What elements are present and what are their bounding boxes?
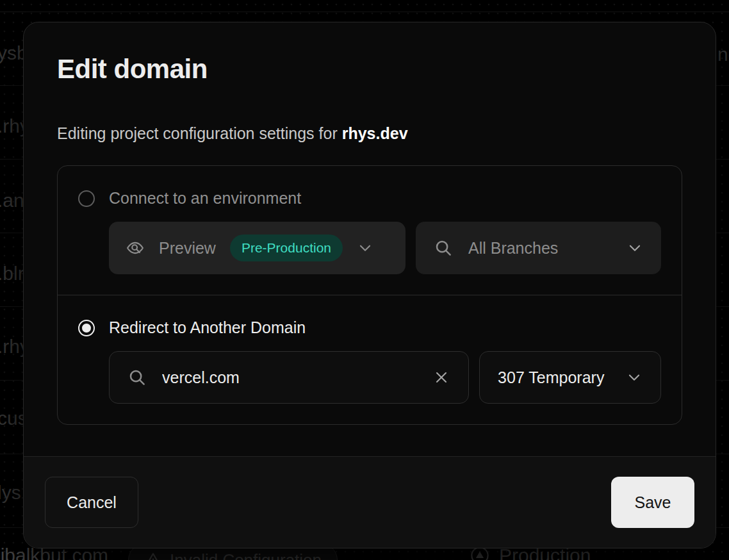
modal-subtitle: Editing project configuration settings f… bbox=[57, 124, 682, 143]
environment-select[interactable]: Preview Pre-Production bbox=[109, 222, 405, 274]
edit-domain-modal: Edit domain Editing project configuratio… bbox=[23, 22, 716, 548]
subtitle-text: Editing project configuration settings f… bbox=[57, 124, 342, 142]
clear-input-icon[interactable] bbox=[432, 368, 450, 386]
project-name: rhys.dev bbox=[342, 124, 408, 142]
modal-title: Edit domain bbox=[57, 53, 682, 85]
redirect-target-input[interactable] bbox=[147, 368, 417, 387]
modal-footer: Cancel Save bbox=[24, 456, 716, 548]
environment-option-section: Connect to an environment Preview Pre-Pr bbox=[58, 166, 682, 295]
domains-page-with-modal: { "colors": { "accent_teal_text": "#3FDE… bbox=[0, 0, 729, 560]
preview-eye-icon bbox=[126, 238, 145, 258]
branch-select-value: All Branches bbox=[468, 239, 558, 258]
environment-option-radio-row[interactable]: Connect to an environment bbox=[78, 189, 661, 208]
backdrop-domain-fragment: ne bbox=[717, 44, 729, 65]
backdrop-domain-fragment: .an bbox=[0, 190, 24, 211]
environment-radio[interactable] bbox=[78, 190, 95, 207]
invalid-configuration-label: Invalid Configuration bbox=[170, 550, 322, 560]
warning-icon bbox=[144, 551, 162, 560]
redirect-option-radio-row[interactable]: Redirect to Another Domain bbox=[78, 318, 661, 337]
redirect-target-field bbox=[109, 351, 469, 404]
domain-options-group: Connect to an environment Preview Pre-Pr bbox=[57, 165, 682, 425]
cancel-button[interactable]: Cancel bbox=[45, 477, 138, 528]
search-icon bbox=[434, 238, 453, 258]
chevron-down-icon bbox=[627, 240, 643, 256]
redirect-status-select[interactable]: 307 Temporary bbox=[479, 351, 661, 404]
redirect-option-label: Redirect to Another Domain bbox=[109, 318, 306, 337]
environment-select-value: Preview bbox=[159, 239, 216, 258]
backdrop-domain-fragment: .blr bbox=[0, 263, 24, 284]
branch-select[interactable]: All Branches bbox=[416, 222, 661, 274]
redirect-status-value: 307 Temporary bbox=[498, 368, 604, 387]
pre-production-badge: Pre-Production bbox=[230, 235, 343, 261]
redirect-radio[interactable] bbox=[78, 320, 95, 336]
redirect-option-section: Redirect to Another Domain bbox=[58, 295, 682, 424]
search-icon bbox=[127, 368, 147, 387]
backdrop-domain-fragment: lys bbox=[0, 482, 21, 504]
chevron-down-icon bbox=[626, 369, 643, 386]
save-button[interactable]: Save bbox=[611, 477, 694, 528]
backdrop-row-divider bbox=[0, 12, 729, 12]
environment-option-label: Connect to an environment bbox=[109, 189, 301, 208]
chevron-down-icon bbox=[357, 240, 373, 256]
